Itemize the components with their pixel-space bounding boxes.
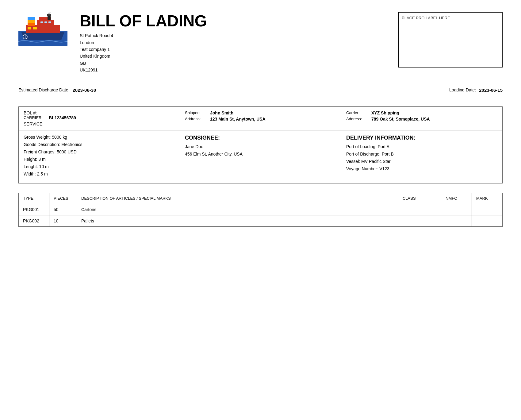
carrier2-address-pair: Address: 789 Oak St, Someplace, USA [346, 117, 497, 121]
company-info: St Patrick Road 4 London Test company 1 … [80, 32, 398, 73]
discharge-date-value: 2023-06-30 [73, 87, 96, 93]
ship-icon [18, 12, 67, 46]
company-name: Test company 1 [80, 46, 398, 53]
company-country: United Kingdom [80, 53, 398, 60]
row-mark [472, 204, 503, 215]
col-header-class: CLASS [398, 193, 441, 204]
loading-date-label: Loading Date: [449, 87, 476, 92]
svg-rect-7 [40, 21, 43, 23]
carrier2-address: 789 Oak St, Someplace, USA [371, 117, 430, 121]
row-class [398, 204, 441, 215]
consignee-name: Jane Doe [185, 144, 336, 149]
carrier2-name-pair: Carrier: XYZ Shipping [346, 110, 497, 115]
row-description: Cartons [77, 204, 398, 215]
svg-rect-6 [33, 27, 37, 29]
row-type: PKG002 [19, 215, 49, 226]
cargo-cell: Gross Weight: 5000 kg Goods Description:… [19, 130, 180, 183]
consignee-title: CONSIGNEE: [185, 135, 336, 141]
row-nmfc [441, 204, 472, 215]
articles-header-row: TYPE PIECES DESCRIPTION OF ARTICLES / SP… [19, 193, 503, 204]
table-row: PKG001 50 Cartons [19, 204, 503, 215]
gross-weight: Gross Weight: 5000 kg [24, 135, 175, 140]
header-section: BILL OF LADING St Patrick Road 4 London … [18, 12, 503, 74]
port-loading: Port of Loading: Port A [346, 144, 497, 149]
articles-table: TYPE PIECES DESCRIPTION OF ARTICLES / SP… [18, 193, 503, 227]
info-table: BOL #: CARRIER: BL123456789 SERVICE: Shi… [18, 106, 503, 183]
col-header-mark: MARK [472, 193, 503, 204]
consignee-address: 456 Elm St, Another City, USA [185, 152, 336, 156]
company-city: London [80, 39, 398, 46]
col-header-description: DESCRIPTION OF ARTICLES / SPECIAL MARKS [77, 193, 398, 204]
pro-label-box: PLACE PRO LABEL HERE [398, 12, 503, 67]
shipper-name-pair: Shipper: John Smith [185, 110, 336, 115]
row-nmfc [441, 215, 472, 226]
goods-desc: Goods Description: Electronics [24, 142, 175, 147]
dates-row: Estimated Discharge Date: 2023-06-30 Loa… [18, 83, 503, 97]
shipper-name: John Smith [210, 110, 233, 115]
shipper-label: Shipper: [185, 110, 206, 115]
carrier-value: BL123456789 [49, 115, 76, 120]
company-postal: UK12991 [80, 67, 398, 73]
carrier2-label: Carrier: [346, 110, 368, 115]
svg-rect-5 [28, 27, 31, 29]
width: Width: 2.5 m [24, 171, 175, 176]
carrier2-address-label: Address: [346, 117, 368, 121]
svg-rect-9 [48, 21, 51, 23]
page-title: BILL OF LADING [80, 12, 398, 30]
row-pieces: 50 [49, 204, 77, 215]
carrier2-cell: Carrier: XYZ Shipping Address: 789 Oak S… [341, 106, 503, 130]
shipper-address: 123 Main St, Anytown, USA [210, 117, 266, 121]
svg-rect-10 [28, 23, 35, 26]
svg-rect-8 [44, 21, 47, 23]
col-header-type: TYPE [19, 193, 49, 204]
loading-date-value: 2023-06-15 [479, 87, 503, 93]
carrier-label: CARRIER: [24, 115, 45, 120]
title-area: BILL OF LADING St Patrick Road 4 London … [74, 12, 398, 74]
svg-rect-12 [28, 17, 35, 20]
bol-cell: BOL #: CARRIER: BL123456789 SERVICE: [19, 106, 180, 130]
bol-label: BOL #: [24, 110, 175, 115]
shipper-address-pair: Address: 123 Main St, Anytown, USA [185, 117, 336, 121]
loading-date-item: Loading Date: 2023-06-15 [449, 87, 503, 93]
service-label: SERVICE: [24, 121, 175, 126]
freight-charges: Freight Charges: 5000 USD [24, 149, 175, 154]
voyage: Voyage Number: V123 [346, 166, 497, 171]
col-header-pieces: PIECES [49, 193, 77, 204]
row-class [398, 215, 441, 226]
carrier2-value: XYZ Shipping [371, 110, 399, 115]
discharge-date-label: Estimated Discharge Date: [18, 87, 70, 92]
row-description: Pallets [77, 215, 398, 226]
row-pieces: 10 [49, 215, 77, 226]
row-mark [472, 215, 503, 226]
col-header-nmfc: NMFC [441, 193, 472, 204]
consignee-cell: CONSIGNEE: Jane Doe 456 Elm St, Another … [180, 130, 341, 183]
company-code: GB [80, 60, 398, 67]
vessel: Vessel: MV Pacific Star [346, 159, 497, 164]
company-street: St Patrick Road 4 [80, 32, 398, 39]
delivery-title: DELIVERY INFORMATION: [346, 135, 497, 141]
discharge-date-item: Estimated Discharge Date: 2023-06-30 [18, 87, 96, 93]
svg-rect-11 [28, 20, 35, 23]
height: Height: 3 m [24, 157, 175, 162]
shipper-cell: Shipper: John Smith Address: 123 Main St… [180, 106, 341, 130]
delivery-cell: DELIVERY INFORMATION: Port of Loading: P… [341, 130, 503, 183]
logo-area [18, 12, 74, 47]
svg-marker-1 [21, 32, 64, 40]
carrier-pair: CARRIER: BL123456789 [24, 115, 175, 120]
length: Lenght: 10 m [24, 164, 175, 169]
shipper-address-label: Address: [185, 117, 206, 121]
pro-label-text: PLACE PRO LABEL HERE [402, 16, 450, 20]
row-type: PKG001 [19, 204, 49, 215]
port-discharge: Port of Discharge: Port B [346, 152, 497, 156]
table-row: PKG002 10 Pallets [19, 215, 503, 226]
